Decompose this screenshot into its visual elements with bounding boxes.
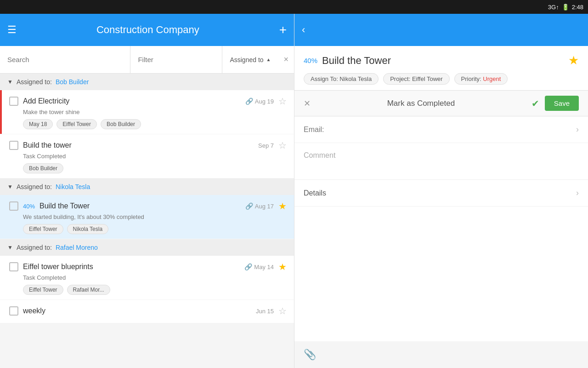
signal-icon: 3G↑ (548, 4, 559, 11)
task-checkbox-blueprints[interactable] (9, 262, 18, 271)
task-star-build-tower-tesla[interactable]: ★ (278, 201, 287, 212)
assigned-to-prefix: Assigned to: (17, 78, 52, 86)
status-bar: 3G↑ 🔋 2:48 (0, 0, 588, 14)
email-chevron-icon: › (576, 125, 579, 134)
tag-assignee: Bob Builder (101, 119, 141, 129)
task-star-build-tower-bob[interactable]: ☆ (278, 140, 287, 151)
clip-icon-tesla: 🔗 (245, 202, 253, 210)
task-date-blueprints: 🔗 May 14 (244, 263, 274, 270)
task-item-eiffel-blueprints[interactable]: Eiffel tower blueprints 🔗 May 14 ★ Task … (0, 256, 294, 299)
filter-input[interactable] (130, 46, 222, 73)
task-item-build-tower-tesla[interactable]: 40% Build the Tower 🔗 Aug 17 ★ We starte… (0, 195, 294, 239)
hamburger-menu-icon[interactable]: ☰ (7, 24, 17, 36)
tag-project: Eiffel Tower (57, 119, 97, 129)
assignee-name-rafael: Rafael Moreno (56, 244, 98, 251)
top-bar: ☰ Construction Company + (0, 14, 294, 46)
comment-label: Comment (304, 151, 335, 159)
assigned-to-prefix-tesla: Assigned to: (17, 183, 52, 190)
task-tags-add-electricity: May 18 Eiffel Tower Bob Builder (9, 119, 287, 129)
task-tags-build-tower-tesla: Eiffel Tower Nikola Tesla (9, 224, 287, 234)
comment-section[interactable]: Comment (294, 143, 588, 180)
tag-assignee-bob: Bob Builder (23, 163, 63, 173)
task-checkbox-build-tower-tesla[interactable] (9, 201, 18, 211)
task-subtitle-add-electricity: Make the tower shine (9, 109, 287, 115)
assigned-to-prefix-rafael: Assigned to: (17, 244, 52, 251)
task-checkbox-build-tower-bob[interactable] (9, 141, 18, 150)
task-date-add-electricity: 🔗 Aug 19 (245, 98, 274, 105)
task-title-build-tower-bob: Build the tower (23, 141, 254, 150)
mark-completed-text: Mark as Completed (316, 99, 526, 108)
task-detail-title: Build the Tower (322, 55, 564, 67)
task-date-build-tower-tesla: 🔗 Aug 17 (245, 202, 274, 210)
clear-filter-button[interactable]: × (278, 46, 294, 73)
battery-icon: 🔋 (562, 4, 569, 11)
add-task-button[interactable]: + (279, 23, 287, 37)
assigned-to-label: Assigned to (230, 56, 263, 63)
task-title-blueprints: Eiffel tower blueprints (23, 263, 240, 271)
email-label: Email: (304, 126, 576, 134)
clip-icon-blueprints: 🔗 (244, 263, 252, 270)
task-subtitle-build-tower-tesla: We started building, It's about 30% comp… (9, 213, 287, 220)
task-subtitle-blueprints: Task Completed (9, 274, 287, 281)
task-title-build-tower-tesla: Build the Tower (40, 202, 241, 210)
main-container: ☰ Construction Company + Assigned to ▲ ×… (0, 14, 588, 368)
task-tags-blueprints: Eiffel Tower Rafael Mor... (9, 285, 287, 295)
app-title: Construction Company (24, 24, 272, 36)
assignee-name-tesla: Nikola Tesla (56, 183, 90, 190)
task-detail-header: 40% Build the Tower ★ Assign To: Nikola … (294, 46, 588, 91)
left-panel: ☰ Construction Company + Assigned to ▲ ×… (0, 14, 294, 368)
group-header-rafael-moreno[interactable]: ▼ Assigned to: Rafael Moreno (0, 239, 294, 256)
details-section[interactable]: Details › (294, 180, 588, 207)
mark-completed-bar: ✕ Mark as Completed ✔ Save (294, 91, 588, 116)
task-tags-build-tower-bob: Bob Builder (9, 163, 287, 173)
task-date-weekly: Jun 15 (256, 308, 274, 315)
task-star-add-electricity[interactable]: ☆ (278, 96, 287, 107)
priority-value: Urgent (483, 75, 501, 82)
task-star-blueprints[interactable]: ★ (278, 261, 287, 272)
group-header-nikola-tesla[interactable]: ▼ Assigned to: Nikola Tesla (0, 178, 294, 195)
tag-assignee-tesla: Nikola Tesla (67, 224, 108, 234)
group-header-bob-builder[interactable]: ▼ Assigned to: Bob Builder (0, 74, 294, 90)
tag-project-detail: Project: Eiffel Tower (383, 73, 449, 85)
sort-arrow-icon: ▲ (266, 57, 271, 62)
attachment-bar[interactable]: 📎 (294, 341, 588, 368)
right-top-bar: ‹ (294, 14, 588, 46)
group-chevron-icon-rafael: ▼ (7, 244, 13, 251)
right-panel: ‹ 40% Build the Tower ★ Assign To: Nikol… (294, 14, 588, 368)
task-item-add-electricity[interactable]: Add Electricity 🔗 Aug 19 ☆ Make the towe… (0, 90, 294, 134)
dismiss-mark-completed-button[interactable]: ✕ (304, 98, 311, 109)
task-title-weekly: weekly (23, 307, 251, 315)
task-subtitle-build-tower-bob: Task Completed (9, 153, 287, 160)
email-section[interactable]: Email: › (294, 116, 588, 143)
clip-icon: 🔗 (245, 98, 253, 105)
group-chevron-icon-tesla: ▼ (7, 184, 13, 190)
assignee-name-bob: Bob Builder (56, 78, 89, 86)
tag-project-blueprints: Eiffel Tower (23, 285, 63, 295)
task-star-weekly[interactable]: ☆ (278, 305, 287, 316)
details-chevron-icon: › (576, 188, 579, 198)
task-checkbox-add-electricity[interactable] (9, 97, 18, 106)
details-label: Details (304, 189, 576, 197)
task-checkbox-weekly[interactable] (9, 306, 18, 316)
task-percent-tesla: 40% (23, 203, 35, 210)
task-title-add-electricity: Add Electricity (23, 97, 241, 105)
task-detail-tags: Assign To: Nikola Tesla Project: Eiffel … (304, 73, 579, 85)
tag-assignee-blueprints: Rafael Mor... (67, 285, 110, 295)
search-filter-bar: Assigned to ▲ × (0, 46, 294, 74)
save-button[interactable]: Save (545, 96, 579, 111)
task-detail-percent: 40% (304, 57, 317, 64)
time-display: 2:48 (572, 4, 583, 11)
tag-date: May 18 (23, 119, 53, 129)
back-button[interactable]: ‹ (302, 24, 305, 36)
task-item-build-tower-bob[interactable]: Build the tower Sep 7 ☆ Task Completed B… (0, 134, 294, 178)
task-detail-star[interactable]: ★ (568, 53, 579, 68)
task-list: ▼ Assigned to: Bob Builder Add Electrici… (0, 74, 294, 368)
tag-priority: Priority: Urgent (454, 73, 508, 85)
task-item-weekly[interactable]: weekly Jun 15 ☆ (0, 300, 294, 323)
tag-project-tesla: Eiffel Tower (23, 224, 63, 234)
task-date-build-tower-bob: Sep 7 (258, 142, 274, 149)
attachment-icon[interactable]: 📎 (304, 349, 316, 361)
tag-assign-to: Assign To: Nikola Tesla (304, 73, 379, 85)
assigned-to-filter[interactable]: Assigned to ▲ (222, 46, 278, 73)
search-input[interactable] (0, 46, 130, 73)
